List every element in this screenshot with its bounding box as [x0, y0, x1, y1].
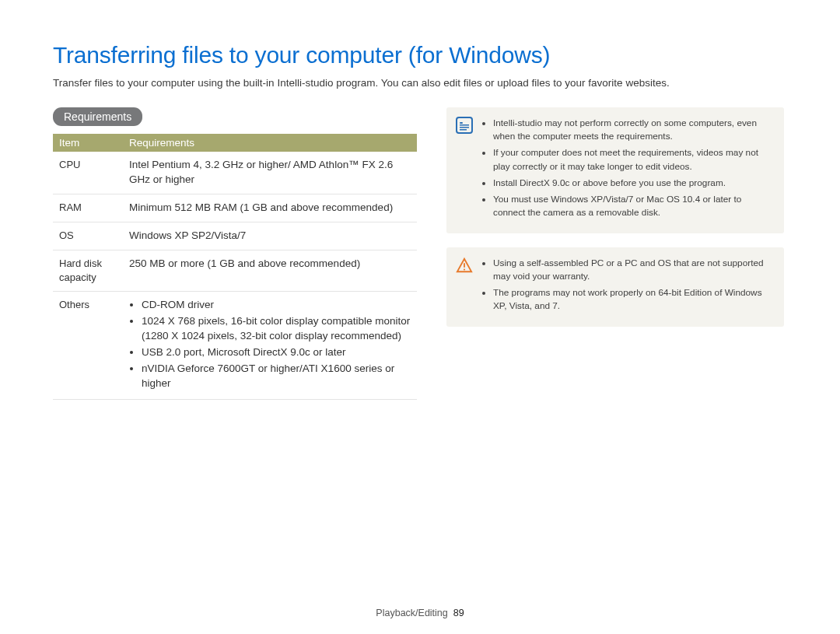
cell-item: Others	[53, 292, 123, 399]
intro-paragraph: Transfer files to your computer using th…	[53, 76, 793, 90]
list-item: Intelli-studio may not perform correctly…	[493, 117, 770, 143]
list-item: USB 2.0 port, Microsoft DirectX 9.0c or …	[142, 345, 411, 360]
list-item: You must use Windows XP/Vista/7 or Mac O…	[493, 193, 770, 219]
section-heading: Requirements	[53, 107, 142, 126]
list-item: nVIDIA Geforce 7600GT or higher/ATI X160…	[142, 362, 411, 391]
note-icon	[456, 117, 473, 134]
requirements-table: Item Requirements CPU Intel Pentium 4, 3…	[53, 134, 417, 399]
two-column-layout: Requirements Item Requirements CPU Intel…	[53, 107, 793, 399]
page-number: 89	[453, 608, 464, 618]
table-header-item: Item	[53, 134, 123, 152]
left-column: Requirements Item Requirements CPU Intel…	[53, 107, 417, 399]
cell-item: Hard disk capacity	[53, 250, 123, 291]
table-row: RAM Minimum 512 MB RAM (1 GB and above r…	[53, 194, 417, 222]
cell-req: 250 MB or more (1 GB and above recommend…	[123, 250, 417, 291]
list-item: If your computer does not meet the requi…	[493, 146, 770, 173]
cell-item: OS	[53, 222, 123, 250]
footer-section: Playback/Editing	[376, 608, 447, 618]
table-row: Hard disk capacity 250 MB or more (1 GB …	[53, 250, 417, 291]
list-item: 1024 X 768 pixels, 16-bit color display …	[142, 314, 411, 344]
list-item: Using a self-assembled PC or a PC and OS…	[493, 257, 770, 283]
table-header-requirements: Requirements	[123, 134, 417, 152]
warning-icon	[456, 257, 473, 274]
right-column: Intelli-studio may not perform correctly…	[446, 107, 784, 341]
page-title: Transferring files to your computer (for…	[53, 42, 793, 68]
cell-req: Minimum 512 MB RAM (1 GB and above recom…	[123, 194, 417, 222]
table-row: Others CD-ROM driver 1024 X 768 pixels, …	[53, 292, 417, 399]
note-box: Intelli-studio may not perform correctly…	[446, 107, 784, 233]
table-row: OS Windows XP SP2/Vista/7	[53, 222, 417, 250]
cell-req: Intel Pentium 4, 3.2 GHz or higher/ AMD …	[123, 152, 417, 194]
page-footer: Playback/Editing 89	[0, 608, 840, 618]
warning-box: Using a self-assembled PC or a PC and OS…	[446, 247, 784, 327]
table-row: CPU Intel Pentium 4, 3.2 GHz or higher/ …	[53, 152, 417, 194]
list-item: The programs may not work properly on 64…	[493, 286, 770, 313]
cell-req: Windows XP SP2/Vista/7	[123, 222, 417, 250]
cell-item: RAM	[53, 194, 123, 222]
list-item: Install DirectX 9.0c or above before you…	[493, 177, 770, 190]
cell-req: CD-ROM driver 1024 X 768 pixels, 16-bit …	[123, 292, 417, 399]
cell-item: CPU	[53, 152, 123, 194]
svg-point-1	[464, 268, 465, 270]
manual-page: Transferring files to your computer (for…	[0, 0, 840, 634]
list-item: CD-ROM driver	[142, 298, 411, 313]
